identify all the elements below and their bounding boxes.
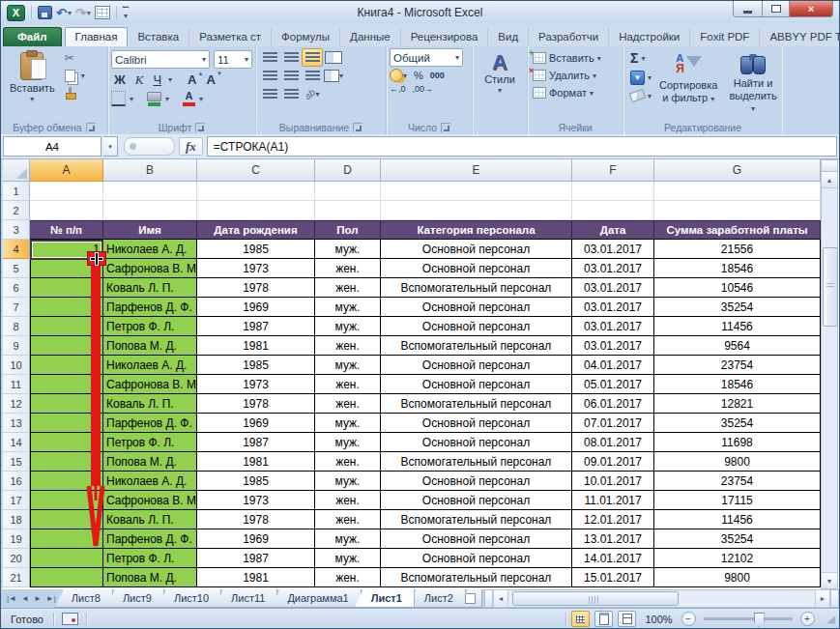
tab-Foxit PDF[interactable]: Foxit PDF: [690, 28, 760, 46]
cell-D19[interactable]: муж.: [315, 529, 381, 549]
cell-F10[interactable]: 04.01.2017: [572, 356, 654, 375]
cell-B17[interactable]: Сафронова В. М.: [103, 491, 197, 510]
cell-D15[interactable]: жен.: [315, 452, 381, 472]
currency-button[interactable]: ▾: [390, 69, 407, 82]
cell-B15[interactable]: Попова М. Д.: [103, 452, 197, 472]
hscroll-right-icon[interactable]: ►: [815, 589, 830, 608]
sheet-tab-Лист8[interactable]: Лист8: [55, 589, 113, 608]
cell-A11[interactable]: [30, 375, 103, 394]
increase-indent-button[interactable]: [280, 85, 302, 103]
cell-A7[interactable]: [30, 298, 103, 317]
cell-D17[interactable]: жен.: [315, 491, 381, 510]
cell-D5[interactable]: жен.: [315, 259, 381, 278]
row-header-18[interactable]: 18: [3, 510, 30, 529]
tab-Файл[interactable]: Файл: [3, 27, 62, 46]
cell-A14[interactable]: [30, 433, 103, 452]
scroll-up-icon[interactable]: ▲: [822, 172, 837, 188]
hscroll-left-icon[interactable]: ◄: [493, 589, 508, 608]
cell-E9[interactable]: Вспомогательный персонал: [381, 336, 572, 356]
vertical-scroll-thumb[interactable]: [823, 247, 838, 327]
cell-E15[interactable]: Вспомогательный персонал: [381, 452, 572, 472]
row-header-15[interactable]: 15: [3, 452, 30, 472]
column-header-F[interactable]: F: [572, 159, 654, 182]
row-header-16[interactable]: 16: [3, 472, 30, 491]
cell-D6[interactable]: жен.: [315, 278, 381, 298]
cell-D3[interactable]: Пол: [315, 220, 381, 240]
sheet-tab-Лист11[interactable]: Лист11: [215, 589, 277, 608]
horizontal-scrollbar[interactable]: [508, 589, 815, 608]
cell-C16[interactable]: 1985: [197, 472, 315, 491]
italic-button[interactable]: К: [132, 72, 147, 87]
name-box-dropdown[interactable]: ▾: [103, 136, 118, 157]
cell-C15[interactable]: 1981: [197, 452, 315, 472]
cell-G16[interactable]: 23754: [654, 472, 821, 491]
cell-B10[interactable]: Николаев А. Д.: [103, 356, 197, 375]
row-header-9[interactable]: 9: [3, 336, 30, 356]
cell-A17[interactable]: [30, 491, 103, 510]
align-left-button[interactable]: [259, 67, 280, 85]
cell-B11[interactable]: Сафронова В. М.: [103, 375, 197, 394]
insert-cells-button[interactable]: +Вставить▾: [531, 51, 603, 65]
cell-C20[interactable]: 1987: [197, 549, 315, 568]
cell-E11[interactable]: Основной персонал: [381, 375, 572, 394]
tab-Вид[interactable]: Вид: [488, 28, 529, 46]
row-header-8[interactable]: 8: [3, 317, 30, 336]
cell-C12[interactable]: 1978: [197, 394, 315, 414]
tab-Рецензирова[interactable]: Рецензирова: [401, 28, 489, 46]
cell-B8[interactable]: Петров Ф. Л.: [103, 317, 197, 336]
first-sheet-button[interactable]: |◄: [5, 593, 18, 604]
cell-G1[interactable]: [654, 182, 821, 201]
cell-A4[interactable]: 1: [30, 240, 103, 259]
cell-G4[interactable]: 21556: [654, 240, 821, 259]
shrink-font-button[interactable]: А: [206, 72, 220, 87]
cell-B5[interactable]: Сафронова В. М.: [103, 259, 197, 278]
cell-A1[interactable]: [30, 182, 103, 201]
cell-D13[interactable]: муж.: [315, 414, 381, 433]
cell-G13[interactable]: 35254: [654, 414, 821, 433]
cell-C6[interactable]: 1978: [197, 278, 315, 298]
cell-B18[interactable]: Коваль Л. П.: [103, 510, 197, 529]
sheet-tab-Лист2[interactable]: Лист2: [408, 589, 466, 608]
scroll-down-icon[interactable]: ▼: [822, 572, 837, 588]
split-handle[interactable]: [822, 160, 837, 172]
cell-G9[interactable]: 9564: [654, 336, 821, 356]
row-header-20[interactable]: 20: [3, 549, 30, 568]
cell-G12[interactable]: 12821: [654, 394, 821, 414]
cell-C1[interactable]: [197, 182, 315, 201]
cell-B21[interactable]: Попова М. Д.: [103, 568, 197, 587]
cell-C8[interactable]: 1987: [197, 317, 315, 336]
cell-C18[interactable]: 1978: [197, 510, 315, 529]
row-header-4[interactable]: 4: [3, 240, 30, 259]
tab-Разметка ст[interactable]: Разметка ст: [189, 28, 272, 46]
cell-E1[interactable]: [381, 182, 572, 201]
delete-cells-button[interactable]: ×Удалить▾: [531, 69, 603, 82]
cell-F2[interactable]: [572, 201, 654, 220]
column-header-B[interactable]: B: [103, 159, 197, 182]
prev-sheet-button[interactable]: ◄: [19, 593, 31, 604]
zoom-slider-handle[interactable]: [754, 613, 765, 627]
underline-button[interactable]: Ч: [150, 72, 164, 87]
cell-A5[interactable]: [30, 259, 103, 278]
dialog-launcher-icon[interactable]: [441, 123, 450, 132]
cell-D14[interactable]: муж.: [315, 433, 381, 452]
cell-F13[interactable]: 07.01.2017: [572, 414, 654, 433]
sheet-tab-Диаграмма1[interactable]: Диаграмма1: [271, 589, 361, 608]
tab-Главная[interactable]: Главная: [65, 27, 129, 46]
cell-G7[interactable]: 35254: [654, 298, 821, 317]
dialog-launcher-icon[interactable]: [195, 123, 205, 132]
vertical-scrollbar[interactable]: ▲ ▼: [821, 159, 838, 589]
cell-A19[interactable]: [30, 529, 103, 549]
cell-E4[interactable]: Основной персонал: [381, 240, 572, 259]
cell-B13[interactable]: Парфенов Д. Ф.: [103, 414, 197, 433]
cell-A18[interactable]: [30, 510, 103, 529]
cell-G21[interactable]: 9800: [654, 568, 821, 587]
excel-logo-icon[interactable]: X: [7, 5, 25, 21]
cell-D7[interactable]: муж.: [315, 298, 381, 317]
orientation-button[interactable]: ab▾: [302, 85, 323, 103]
cell-F6[interactable]: 03.01.2017: [572, 278, 654, 298]
align-right-button[interactable]: [302, 67, 323, 85]
sheet-tab-Лист9[interactable]: Лист9: [106, 589, 164, 608]
cell-C14[interactable]: 1987: [197, 433, 315, 452]
column-header-D[interactable]: D: [315, 159, 381, 182]
cell-C10[interactable]: 1985: [197, 356, 315, 375]
